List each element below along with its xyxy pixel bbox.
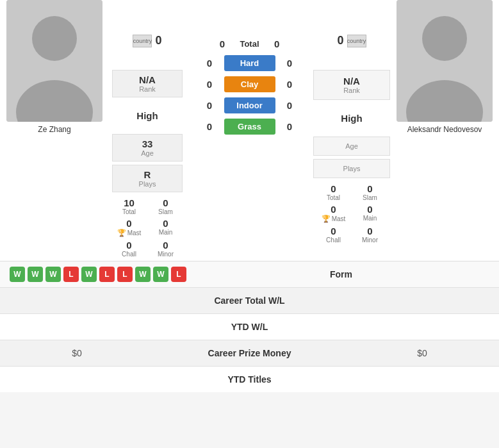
total-label: Total (240, 39, 259, 49)
right-player-avatar (397, 0, 493, 122)
info-row-label-1: YTD W/L (141, 322, 358, 332)
right-age-label: Age (320, 142, 383, 150)
info-row-label-0: Career Total W/L (141, 295, 358, 306)
left-indoor-score: 0 (202, 100, 218, 111)
right-plays-panel: Plays (313, 159, 390, 178)
form-badge-l: L (63, 267, 79, 282)
clay-court-button[interactable]: Clay (224, 76, 275, 92)
form-section: WWWLWLLWWL Form (0, 261, 499, 287)
left-mast-cell: 0 🏆 Mast (112, 218, 146, 237)
form-badge-l: L (99, 267, 115, 282)
main-container: Ze Zhang country 0 N/A Rank High 33 (0, 0, 499, 392)
form-badge-w: W (45, 267, 61, 282)
right-plays-label: Plays (320, 165, 383, 172)
form-badges: WWWLWLLWWL (10, 267, 186, 282)
left-country-row: country 0 (133, 34, 161, 47)
left-hard-score: 0 (202, 58, 218, 69)
left-minor-cell: 0 Minor (149, 240, 183, 258)
right-clay-score: 0 (282, 79, 298, 90)
form-badge-w: W (153, 267, 168, 282)
center-court-block: 0 Total 0 0 Hard 0 0 Clay 0 0 Indoor 0 (186, 0, 313, 261)
info-row-0: Career Total W/L (0, 287, 499, 313)
right-mast-cell: 0 🏆 Mast (316, 204, 350, 223)
right-total-score: 0 (337, 34, 343, 47)
right-main-cell: 0 Main (353, 204, 387, 223)
right-total-cell: 0 Total (316, 183, 350, 201)
right-country-row: country 0 (337, 34, 366, 47)
form-badge-w: W (135, 267, 151, 282)
right-rank-value: N/A (320, 76, 383, 87)
form-badge-w: W (28, 267, 43, 282)
left-two-col-stats: 10 Total 0 Slam 0 🏆 Mast 0 Main (112, 197, 183, 258)
form-label: Form (330, 269, 352, 279)
left-plays-box: R Plays (112, 165, 183, 192)
bottom-rows: Career Total W/L YTD W/L $0 Career Prize… (0, 287, 499, 392)
svg-point-1 (32, 16, 77, 61)
left-grass-score: 0 (202, 121, 218, 132)
right-total-center: 0 (269, 38, 285, 49)
left-total-score: 0 (155, 34, 161, 47)
right-player-name: Aleksandr Nedovesov (407, 125, 482, 134)
right-hard-score: 0 (282, 58, 298, 69)
form-badge-l: L (171, 267, 186, 282)
court-row-clay: 0 Clay 0 (186, 76, 313, 92)
info-row-label-2: Career Prize Money (141, 348, 358, 358)
left-slam-cell: 0 Slam (149, 197, 183, 215)
form-badge-w: W (10, 267, 25, 282)
left-plays-label: Plays (120, 180, 174, 188)
hard-court-button[interactable]: Hard (224, 55, 275, 71)
left-high-section: High (136, 110, 158, 121)
info-row-2: $0 Career Prize Money $0 (0, 340, 499, 366)
right-age-panel: Age (313, 137, 390, 156)
left-rank-box: N/A Rank (112, 70, 183, 97)
court-row-hard: 0 Hard 0 (186, 55, 313, 71)
left-player-name: Ze Zhang (38, 125, 70, 134)
right-two-col-stats: 0 Total 0 Slam 0 🏆 Mast 0 Main (316, 183, 387, 244)
indoor-court-button[interactable]: Indoor (224, 97, 275, 113)
left-stats-block: country 0 N/A Rank High 33 Age R Plays (109, 0, 186, 261)
left-main-cell: 0 Main (149, 218, 183, 237)
right-stats-block: country 0 N/A Rank High Age Plays 0 (313, 0, 390, 261)
right-trophy-icon: 🏆 (322, 215, 331, 223)
left-plays-value: R (120, 169, 174, 180)
left-player-photo-block: Ze Zhang (0, 0, 109, 261)
info-row-3: YTD Titles (0, 366, 499, 392)
total-row: 0 Total 0 (186, 38, 313, 49)
form-badge-w: W (81, 267, 97, 282)
left-trophy-icon: 🏆 (117, 229, 126, 237)
left-age-box: 33 Age (112, 134, 183, 162)
right-indoor-score: 0 (282, 100, 298, 111)
left-age-value: 33 (120, 138, 174, 149)
right-grass-score: 0 (282, 121, 298, 132)
left-total-cell: 10 Total (112, 197, 146, 215)
left-player-avatar (6, 0, 102, 122)
left-rank-label: Rank (120, 85, 174, 93)
left-age-label: Age (120, 149, 174, 157)
court-row-indoor: 0 Indoor 0 (186, 97, 313, 113)
left-total-center: 0 (214, 38, 230, 49)
right-country-flag: country (347, 35, 366, 47)
right-rank-panel: N/A Rank (313, 70, 390, 100)
info-row-left-val-2: $0 (13, 348, 141, 358)
right-slam-cell: 0 Slam (353, 183, 387, 201)
court-row-grass: 0 Grass 0 (186, 119, 313, 135)
info-row-label-3: YTD Titles (141, 374, 358, 385)
left-high-value: High (136, 110, 158, 121)
right-chall-cell: 0 Chall (316, 226, 350, 244)
right-player-photo-block: Aleksandr Nedovesov (390, 0, 499, 261)
comparison-section: Ze Zhang country 0 N/A Rank High 33 (0, 0, 499, 261)
svg-point-4 (422, 16, 467, 61)
right-high-value: High (341, 113, 362, 124)
left-clay-score: 0 (202, 79, 218, 90)
info-row-right-val-2: $0 (358, 348, 486, 358)
left-chall-cell: 0 Chall (112, 240, 146, 258)
grass-court-button[interactable]: Grass (224, 119, 275, 135)
left-country-flag: country (133, 35, 152, 47)
right-high-section: High (341, 113, 362, 124)
left-rank-value: N/A (120, 74, 174, 85)
right-minor-cell: 0 Minor (353, 226, 387, 244)
right-rank-label: Rank (320, 87, 383, 94)
info-row-1: YTD W/L (0, 313, 499, 340)
form-badge-l: L (117, 267, 133, 282)
